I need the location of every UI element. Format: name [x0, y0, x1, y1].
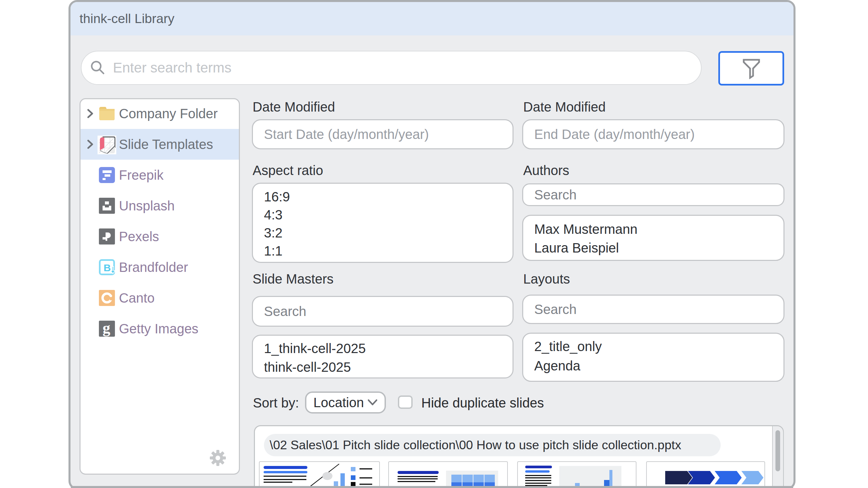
svg-text:B: B: [103, 262, 111, 273]
svg-text:g: g: [102, 321, 110, 336]
